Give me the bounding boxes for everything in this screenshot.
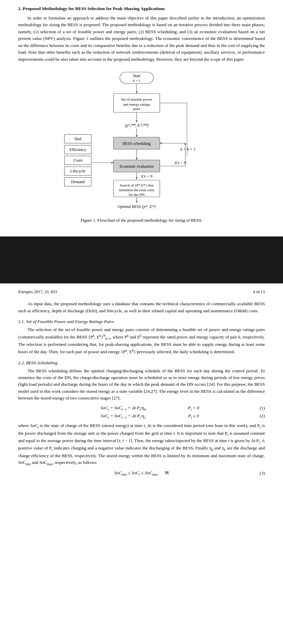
search-line3: for the DN — [129, 193, 145, 197]
left-lifecycle: Lifecycle — [70, 169, 85, 173]
eq3-number: (3) — [260, 471, 265, 476]
subsection1-title: 2.1. Set of Feasible Power and Energy Ra… — [18, 319, 265, 324]
page-number: 4 of 13 — [253, 289, 265, 294]
equation-1-row: SoCt = SoCt−1 + Δt·Pt/ηd Pt < 0 (1) — [18, 405, 265, 411]
footer-info: Energies 2017, 10, 833 4 of 13 — [18, 289, 265, 294]
svg-marker-21 — [184, 143, 186, 145]
svg-marker-14 — [111, 162, 113, 164]
eq2-formula: SoCt = SoCt−1 + Δt·Pt·ηc — [76, 413, 170, 419]
dark-band — [0, 236, 283, 283]
equation-3-row: SoCmin ≤ SoCt ≤ SoCmax ∀t (3) — [18, 470, 265, 476]
page: 2. Proposed Methodology for BESS Selecti… — [0, 0, 283, 486]
svg-marker-23 — [160, 142, 162, 144]
flowchart: Start k = 1 Set of feasible power and en… — [54, 69, 229, 214]
k-label: k = k + 1 — [180, 147, 195, 152]
svg-marker-17 — [136, 158, 138, 160]
bess-scheduling: BESS scheduling — [123, 141, 151, 146]
if-kN: If k < N — [174, 161, 186, 165]
svg-marker-7 — [136, 135, 138, 137]
left-demand: Demand — [71, 179, 85, 184]
eq1-number: (1) — [260, 406, 265, 411]
economic-eval: Economic evaluation — [120, 164, 154, 169]
search-line1: Search of {P*,E*} that — [120, 183, 153, 187]
top-section: 2. Proposed Methodology for BESS Selecti… — [0, 0, 283, 236]
after-eq-para: where SoCt is the state of charge of the… — [18, 422, 265, 467]
equation-2-row: SoCt = SoCt−1 + Δt·Pt·ηc Pt ≥ 0 (2) — [18, 413, 265, 419]
eq1-condition: Pt < 0 — [180, 405, 207, 411]
figure-caption: Figure 1. Flowchart of the proposed meth… — [18, 218, 265, 223]
box1-line2: and energy ratings — [123, 102, 150, 106]
paragraph-1: In order to formulate an approach to add… — [18, 15, 265, 63]
left-costs: Costs — [73, 158, 82, 163]
box1-line1: Set of feasible power — [121, 97, 152, 101]
flowchart-svg: Start k = 1 Set of feasible power and en… — [54, 69, 229, 213]
svg-marker-25 — [136, 177, 138, 179]
pair-label: {pᵏᵣᵂᴻ, Eᵏᵣᵂᴻ} — [125, 123, 148, 128]
bottom-section: Energies 2017, 10, 833 4 of 13 As input … — [0, 283, 283, 486]
subsection2-title: 2.2. BESS Scheduling — [18, 360, 265, 366]
svg-marker-2 — [136, 92, 138, 94]
left-efficiency: Efficiency — [69, 147, 86, 152]
search-line2: minimize the total costs — [119, 188, 154, 192]
start-sub-label: k = 1 — [133, 78, 140, 83]
left-dod: Dod — [74, 137, 81, 141]
intro-paragraph: As input data, the proposed methodology … — [18, 301, 265, 314]
equation-3-block: SoCmin ≤ SoCt ≤ SoCmax ∀t (3) — [18, 470, 265, 476]
svg-marker-5 — [136, 120, 138, 122]
eq2-number: (2) — [260, 413, 265, 419]
eq1-formula: SoCt = SoCt−1 + Δt·Pt/ηd — [76, 405, 170, 411]
eq3-formula: SoCmin ≤ SoCt ≤ SoCmax ∀t — [95, 470, 189, 476]
start-label: Start — [133, 73, 140, 78]
optimal-label: Optimal BESS {p*, E*} — [117, 204, 155, 209]
section-title: 2. Proposed Methodology for BESS Selecti… — [18, 6, 265, 11]
subsection1-para: The selection of the set of feasible pow… — [18, 326, 265, 356]
subsection2-para: The BESS scheduling defines the optimal … — [18, 368, 265, 402]
if-k-eq-N: If k = N — [141, 174, 153, 178]
box1-line3: pairs — [133, 107, 140, 111]
equations-block: SoCt = SoCt−1 + Δt·Pt/ηd Pt < 0 (1) SoCt… — [18, 405, 265, 419]
eq2-condition: Pt ≥ 0 — [180, 413, 207, 419]
svg-marker-28 — [136, 201, 138, 203]
journal-info: Energies 2017, 10, 833 — [18, 289, 57, 294]
